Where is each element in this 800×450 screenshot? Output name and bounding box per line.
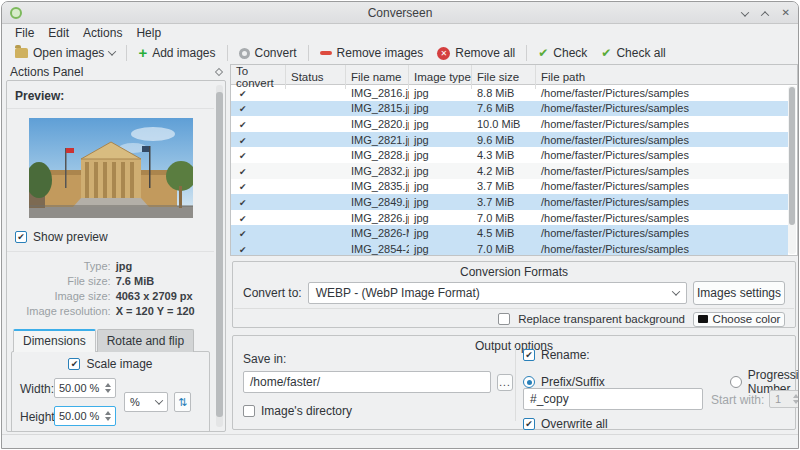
maximize-button[interactable] (762, 6, 768, 20)
show-preview-row[interactable]: ✔ Show preview (7, 226, 214, 248)
plus-icon: + (138, 47, 147, 59)
title-bar[interactable]: Converseen ✕ (2, 2, 798, 24)
images-settings-label: Images settings (697, 286, 781, 300)
table-row[interactable]: ✔ IMG_2826-M... jpg 4.5 MiB /home/faster… (231, 225, 788, 241)
images-settings-button[interactable]: Images settings (693, 281, 785, 305)
scale-image-row[interactable]: ✔ Scale image (16, 357, 205, 371)
row-check-icon[interactable]: ✔ (236, 136, 247, 146)
spin-down-icon[interactable] (793, 400, 799, 404)
check-button[interactable]: ✔ Check (531, 44, 594, 62)
images-directory-checkbox[interactable] (243, 405, 255, 417)
toolbar-separator (227, 45, 228, 61)
browse-button[interactable]: ... (497, 374, 513, 391)
file-table: To convert Status File name Image type F… (230, 64, 798, 256)
height-spinbox[interactable]: 50.00 % (54, 406, 116, 426)
show-preview-checkbox[interactable]: ✔ (15, 231, 27, 243)
add-images-button[interactable]: + Add images (131, 44, 222, 62)
width-spinbox[interactable]: 50.00 % (54, 378, 116, 398)
table-row[interactable]: ✔ IMG_2849.jpg jpg 3.7 MiB /home/faster/… (231, 194, 788, 210)
row-check-icon[interactable]: ✔ (236, 245, 247, 255)
menu-actions[interactable]: Actions (76, 26, 129, 40)
minimize-button[interactable] (742, 6, 748, 20)
close-button[interactable]: ✕ (782, 8, 790, 18)
overwrite-all-row[interactable]: ✔ Overwrite all (523, 417, 608, 431)
table-row[interactable]: ✔ IMG_2828.jpg jpg 4.3 MiB /home/faster/… (231, 147, 788, 163)
rename-row[interactable]: ✔ Rename: (523, 348, 590, 362)
progressive-number-radio[interactable] (730, 376, 742, 388)
tab-dimensions[interactable]: Dimensions (13, 329, 96, 352)
rename-pattern-input[interactable]: #_copy (523, 388, 703, 410)
start-with-spinbox[interactable]: 1 (769, 390, 799, 408)
spin-down-icon[interactable] (105, 417, 111, 421)
unit-combobox[interactable]: % (124, 392, 168, 412)
panel-scrollbar[interactable] (216, 85, 223, 427)
row-check-icon[interactable]: ✔ (236, 104, 247, 114)
type-value: jpg (116, 260, 195, 272)
spin-up-icon[interactable] (793, 394, 799, 398)
row-check-icon[interactable]: ✔ (236, 89, 247, 99)
toolbar-separator (126, 45, 127, 61)
status-bar (2, 434, 798, 449)
convert-label: Convert (255, 46, 297, 60)
row-check-icon[interactable]: ✔ (236, 198, 247, 208)
table-scrollbar-thumb[interactable] (789, 87, 795, 225)
chevron-down-icon[interactable] (108, 47, 116, 55)
row-check-icon[interactable]: ✔ (236, 182, 247, 192)
replace-transparent-checkbox[interactable] (498, 313, 510, 325)
float-panel-icon[interactable] (215, 68, 223, 76)
choose-color-button[interactable]: Choose color (693, 312, 785, 327)
menu-edit[interactable]: Edit (41, 26, 76, 40)
remove-images-button[interactable]: Remove images (313, 44, 431, 62)
table-row[interactable]: ✔ IMG_2835.jpg jpg 3.7 MiB /home/faster/… (231, 179, 788, 195)
row-check-icon[interactable]: ✔ (236, 151, 247, 161)
row-check-icon[interactable]: ✔ (236, 167, 247, 177)
table-row[interactable]: ✔ IMG_2854-2.j... jpg 7.0 MiB /home/fast… (231, 241, 788, 255)
cell-file-size: 3.7 MiB (472, 180, 536, 192)
check-icon: ✔ (538, 47, 548, 59)
cell-file-name: IMG_2832.jpg (346, 165, 409, 177)
images-directory-row[interactable]: Image's directory (243, 404, 352, 418)
spin-down-icon[interactable] (105, 389, 111, 393)
cell-file-size: 7.6 MiB (472, 102, 536, 114)
open-images-button[interactable]: Open images (8, 44, 122, 62)
table-row[interactable]: ✔ IMG_2816.jpg jpg 8.8 MiB /home/faster/… (231, 85, 788, 101)
spin-up-icon[interactable] (105, 411, 111, 415)
table-row[interactable]: ✔ IMG_2832.jpg jpg 4.2 MiB /home/faster/… (231, 163, 788, 179)
preview-image (29, 118, 193, 218)
swap-dimensions-button[interactable]: ⇅ (174, 392, 191, 412)
table-scrollbar[interactable] (788, 86, 796, 254)
file-size-label: File size: (26, 275, 110, 287)
output-options-box: Output options Save in: /home/faster/ ..… (232, 335, 796, 430)
cell-file-size: 3.7 MiB (472, 196, 536, 208)
table-row[interactable]: ✔ IMG_2820.jpg jpg 10.0 MiB /home/faster… (231, 116, 788, 132)
spin-up-icon[interactable] (105, 383, 111, 387)
table-row[interactable]: ✔ IMG_2826.jpg jpg 7.0 MiB /home/faster/… (231, 210, 788, 226)
table-row[interactable]: ✔ IMG_2821.jpg jpg 9.6 MiB /home/faster/… (231, 132, 788, 148)
menu-bar: File Edit Actions Help (2, 24, 798, 42)
toolbar: Open images + Add images Convert Remove … (2, 42, 798, 64)
row-check-icon[interactable]: ✔ (236, 120, 247, 130)
save-in-input[interactable]: /home/faster/ (243, 371, 491, 393)
prefix-suffix-radio[interactable] (523, 376, 535, 388)
row-check-icon[interactable]: ✔ (236, 229, 247, 239)
remove-all-label: Remove all (455, 46, 515, 60)
table-row[interactable]: ✔ IMG_2815.jpg jpg 7.6 MiB /home/faster/… (231, 101, 788, 117)
cell-file-name: IMG_2826-M... (346, 227, 409, 239)
convert-button[interactable]: Convert (232, 44, 304, 62)
check-all-button[interactable]: ✔ Check all (594, 44, 672, 62)
remove-all-button[interactable]: ✕ Remove all (430, 44, 522, 62)
tab-rotate-and-flip[interactable]: Rotate and flip (97, 329, 194, 352)
rename-checkbox[interactable]: ✔ (523, 349, 535, 361)
format-combobox[interactable]: WEBP - (WebP Image Format) (308, 282, 687, 304)
width-label: Width: (20, 382, 54, 396)
cell-file-name: IMG_2821.jpg (346, 134, 409, 146)
unit-value: % (130, 396, 140, 408)
overwrite-all-checkbox[interactable]: ✔ (523, 418, 535, 430)
row-check-icon[interactable]: ✔ (236, 214, 247, 224)
resolution-value: X = 120 Y = 120 (116, 305, 195, 317)
cell-file-path: /home/faster/Pictures/samples (536, 87, 788, 99)
menu-help[interactable]: Help (129, 26, 168, 40)
panel-scrollbar-thumb[interactable] (216, 92, 223, 417)
menu-file[interactable]: File (8, 26, 41, 40)
scale-image-checkbox[interactable]: ✔ (68, 358, 80, 370)
